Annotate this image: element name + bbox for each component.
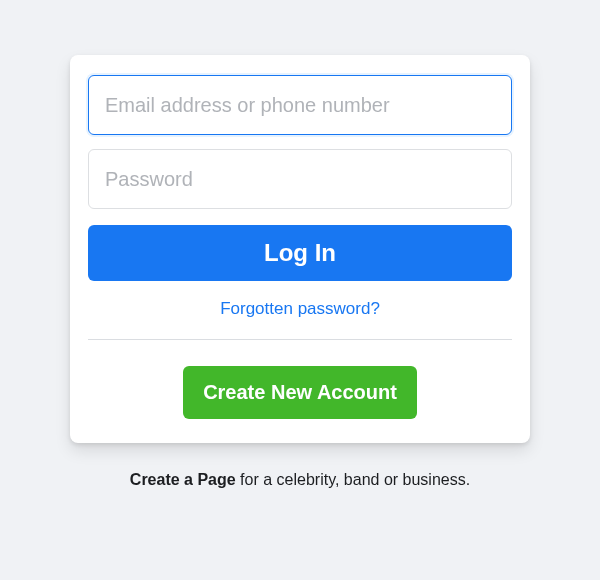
footer-text: Create a Page for a celebrity, band or b…: [130, 471, 470, 489]
create-account-button[interactable]: Create New Account: [183, 366, 417, 419]
forgot-password-link[interactable]: Forgotten password?: [220, 299, 380, 319]
divider: [88, 339, 512, 340]
email-input[interactable]: [88, 75, 512, 135]
footer-suffix: for a celebrity, band or business.: [236, 471, 471, 488]
password-input[interactable]: [88, 149, 512, 209]
login-button[interactable]: Log In: [88, 225, 512, 281]
login-card: Log In Forgotten password? Create New Ac…: [70, 55, 530, 443]
create-page-link[interactable]: Create a Page: [130, 471, 236, 488]
